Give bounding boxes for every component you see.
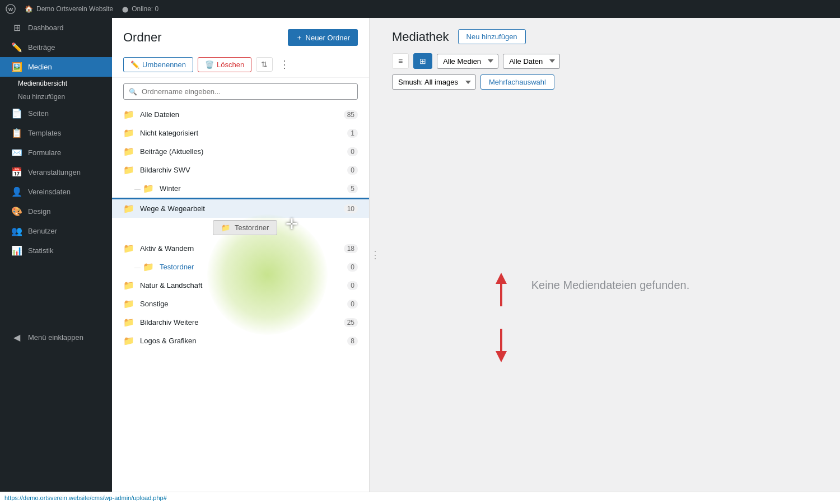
sidebar-item-design[interactable]: 🎨 Design (0, 202, 112, 221)
filter-smush-select[interactable]: Smush: All images (392, 74, 476, 90)
delete-label: Löschen (217, 60, 244, 69)
folder-count: 5 (347, 184, 358, 193)
more-button[interactable]: ⋮ (277, 56, 292, 73)
folder-search-input[interactable] (123, 83, 358, 100)
sidebar-item-medienübersicht[interactable]: Medienübersicht (9, 77, 112, 90)
sidebar-item-label: Statistik (28, 246, 54, 255)
sidebar-item-neu-hinzufuegen[interactable]: Neu hinzufügen (9, 90, 112, 104)
folder-winter[interactable]: — 📁 Winter 5 (112, 179, 369, 198)
topbar: W 🏠 Demo Ortsverein Website ⬤ Online: 0 (0, 0, 840, 18)
folder-icon: 📁 (123, 109, 134, 120)
benutzer-icon: 👥 (11, 226, 22, 236)
beitraege-icon: ✏️ (11, 42, 22, 53)
folder-count: 0 (347, 300, 358, 309)
sidebar-item-templates[interactable]: 📋 Templates (0, 123, 112, 143)
folder-drag-icon: 📁 (221, 223, 230, 232)
sidebar-item-label: Seiten (28, 109, 49, 118)
sidebar-item-label: Templates (28, 129, 61, 137)
sidebar-item-vereinsdaten[interactable]: 👤 Vereinsdaten (0, 182, 112, 202)
folder-name: Bildarchiv SWV (140, 166, 347, 174)
delete-button[interactable]: 🗑️ Löschen (198, 57, 251, 72)
ordner-panel: Ordner ＋ Neuer Ordner ✏️ Umbenennen 🗑️ L… (112, 18, 370, 492)
folder-sonstige[interactable]: 📁 Sonstige 0 (112, 295, 369, 313)
sidebar-item-label: Veranstaltungen (28, 168, 81, 176)
sidebar-item-medien[interactable]: 🖼️ Medien (0, 57, 112, 77)
folder-icon: 📁 (123, 280, 134, 291)
medien-icon: 🖼️ (11, 62, 22, 72)
media-header: Mediathek Neu hinzufügen (392, 29, 829, 44)
rename-label: Umbenennen (142, 60, 186, 69)
grid-view-icon: ⊞ (419, 57, 426, 66)
drag-ghost-container: 📁 Testordner ✛ (112, 218, 369, 239)
svg-text:W: W (8, 7, 13, 12)
sidebar-item-veranstaltungen[interactable]: 📅 Veranstaltungen (0, 162, 112, 182)
list-view-button[interactable]: ≡ (392, 53, 409, 69)
folder-count: 8 (347, 337, 358, 346)
site-name-item[interactable]: 🏠 Demo Ortsverein Website (25, 5, 113, 13)
folder-count: 0 (347, 263, 358, 272)
media-add-button[interactable]: Neu hinzufügen (458, 29, 526, 44)
ordner-title: Ordner (123, 30, 161, 45)
media-title: Mediathek (392, 30, 449, 44)
collapse-icon: ◀ (11, 332, 22, 343)
sidebar: ⊞ Dashboard ✏️ Beiträge 🖼️ Medien Medien… (0, 18, 112, 492)
sidebar-item-label: Design (28, 207, 50, 216)
folder-wege-wegearbeit[interactable]: 📁 Wege & Wegearbeit 10 (112, 199, 369, 218)
folder-aktiv-wandern[interactable]: 📁 Aktiv & Wandern 18 (112, 239, 369, 258)
wp-logo-item[interactable]: W (6, 4, 16, 14)
new-ordner-button[interactable]: ＋ Neuer Ordner (288, 29, 358, 46)
bulk-select-button[interactable]: Mehrfachauswahl (480, 74, 554, 90)
folder-testordner-blue[interactable]: — 📁 Testordner 0 (112, 258, 369, 276)
sidebar-item-label: Beiträge (28, 43, 55, 52)
trash-icon: 🗑️ (205, 60, 214, 69)
folder-count: 0 (347, 281, 358, 290)
sidebar-item-dashboard[interactable]: ⊞ Dashboard (0, 18, 112, 38)
sort-button[interactable]: ⇅ (256, 57, 273, 72)
folder-name: Nicht kategorisiert (140, 129, 347, 137)
vereinsdaten-icon: 👤 (11, 186, 22, 197)
sidebar-item-label: Benutzer (28, 227, 57, 235)
media-toolbar: ≡ ⊞ Alle Medien Alle Daten (392, 53, 829, 69)
templates-icon: 📋 (11, 128, 22, 138)
folder-alle-dateien[interactable]: 📁 Alle Dateien 85 (112, 105, 369, 124)
veranstaltungen-icon: 📅 (11, 167, 22, 178)
sidebar-item-beitraege[interactable]: ✏️ Beiträge (0, 38, 112, 57)
rename-button[interactable]: ✏️ Umbenennen (123, 57, 193, 72)
folder-icon: 📁 (123, 335, 134, 346)
resize-handle[interactable]: ⋮ (370, 18, 381, 492)
seiten-icon: 📄 (11, 108, 22, 119)
media-panel: Mediathek Neu hinzufügen ≡ ⊞ Alle Medien… (381, 18, 840, 492)
ordner-toolbar: ✏️ Umbenennen 🗑️ Löschen ⇅ ⋮ (112, 52, 369, 78)
sidebar-item-seiten[interactable]: 📄 Seiten (0, 104, 112, 123)
sidebar-item-formulare[interactable]: ✉️ Formulare (0, 143, 112, 162)
folder-natur-landschaft[interactable]: 📁 Natur & Landschaft 0 (112, 276, 369, 295)
plus-icon: ＋ (296, 32, 303, 43)
folder-count: 10 (344, 204, 358, 213)
sidebar-item-benutzer[interactable]: 👥 Benutzer (0, 221, 112, 241)
folder-bildarchiv-weitere[interactable]: 📁 Bildarchiv Weitere 25 (112, 313, 369, 332)
grid-view-button[interactable]: ⊞ (413, 53, 432, 69)
sort-icon: ⇅ (261, 60, 268, 69)
ordner-header: Ordner ＋ Neuer Ordner (112, 18, 369, 52)
media-row2: Smush: All images Mehrfachauswahl (392, 74, 829, 90)
folder-bildarchiv-swv[interactable]: 📁 Bildarchiv SWV 0 (112, 161, 369, 179)
folder-icon: 📁 (123, 165, 134, 175)
sidebar-item-label: Dashboard (28, 24, 64, 32)
media-empty-message: Keine Mediendateien gefunden. (392, 90, 829, 480)
folder-count: 25 (344, 318, 358, 327)
folder-beitraege-aktuelles[interactable]: 📁 Beiträge (Aktuelles) 0 (112, 142, 369, 161)
online-item[interactable]: ⬤ Online: 0 (122, 5, 158, 13)
filter-date-select[interactable]: Alle Daten (503, 54, 560, 69)
circle-icon: ⬤ (122, 6, 128, 12)
filter-media-select[interactable]: Alle Medien (437, 54, 498, 69)
folder-name: Alle Dateien (140, 110, 344, 119)
bulk-select-label: Mehrfachauswahl (489, 78, 546, 86)
folder-nicht-kategorisiert[interactable]: 📁 Nicht kategorisiert 1 (112, 124, 369, 142)
move-cursor-icon: ✛ (286, 216, 298, 233)
sidebar-item-collapse[interactable]: ◀ Menü einklappen (0, 328, 112, 347)
sidebar-item-statistik[interactable]: 📊 Statistik (0, 241, 112, 260)
dashboard-icon: ⊞ (11, 22, 22, 33)
search-box: 🔍 (123, 83, 358, 100)
folder-logos-grafiken[interactable]: 📁 Logos & Grafiken 8 (112, 332, 369, 350)
folder-icon: 📁 (123, 128, 134, 138)
